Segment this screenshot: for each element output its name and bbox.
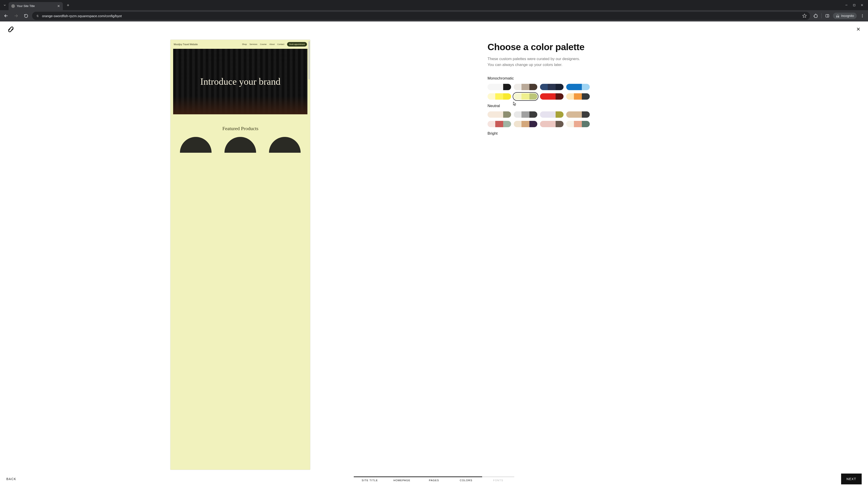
swatch-color [522, 93, 529, 100]
wizard-step-pages[interactable]: PAGES [418, 477, 450, 482]
palette-swatch-mono-chartreuse[interactable] [514, 93, 537, 100]
palette-picker-panel: Choose a color palette These custom pale… [452, 37, 868, 470]
site-preview: Moodjoy Travel Website Shop Services Cou… [170, 39, 310, 470]
window-close-icon[interactable] [861, 4, 864, 6]
browser-titlebar: Your Site Title ✕ [0, 0, 868, 10]
svg-point-17 [862, 15, 863, 16]
site-info-icon[interactable] [35, 13, 40, 18]
swatch-color [566, 111, 574, 118]
palette-group-title: Bright [488, 131, 855, 136]
swatch-color [540, 111, 548, 118]
palette-swatch-neu-3[interactable] [540, 111, 563, 118]
swatch-color [488, 84, 495, 90]
preview-product-thumb [269, 137, 301, 153]
swatch-color [566, 84, 574, 90]
palette-group-title: Monochromatic [488, 76, 855, 80]
preview-cta: Book appointment [287, 42, 307, 46]
wizard-close-icon[interactable]: ✕ [855, 26, 862, 33]
palette-swatch-neu-7[interactable] [540, 121, 563, 127]
squarespace-logo-icon[interactable] [6, 25, 16, 34]
swatch-color [529, 111, 537, 118]
preview-product-thumb [224, 137, 256, 153]
next-button[interactable]: NEXT [841, 474, 862, 484]
step-progress-line [386, 477, 418, 477]
svg-point-14 [836, 17, 837, 18]
wizard-step-colors[interactable]: COLORS [450, 477, 482, 482]
palette-swatch-mono-yellow[interactable] [488, 93, 511, 100]
svg-rect-12 [826, 14, 829, 17]
tab-close-icon[interactable]: ✕ [57, 4, 60, 8]
back-button[interactable]: BACK [6, 477, 16, 481]
preview-nav-item: Contact [277, 43, 284, 45]
preview-scrollbar[interactable] [309, 41, 310, 79]
minimize-icon[interactable] [845, 4, 848, 6]
bookmark-star-icon[interactable] [802, 13, 807, 18]
favicon-icon [11, 4, 15, 8]
step-progress-line [418, 477, 450, 477]
wizard-step-fonts[interactable]: FONTS [482, 477, 514, 482]
tab-search-dropdown[interactable] [1, 1, 8, 9]
palette-swatch-neu-8[interactable] [566, 121, 590, 127]
swatch-color [503, 84, 511, 90]
swatch-color [574, 93, 582, 100]
swatch-color [548, 93, 556, 100]
swatch-color [582, 111, 590, 118]
maximize-icon[interactable] [853, 4, 856, 6]
swatch-color [514, 111, 522, 118]
forward-icon [12, 12, 20, 20]
back-icon[interactable] [2, 12, 10, 20]
palette-swatch-mono-navy[interactable] [540, 84, 563, 90]
palette-swatch-mono-taupe[interactable] [514, 84, 537, 90]
kebab-menu-icon[interactable] [860, 14, 864, 18]
preview-nav-item: Shop [242, 43, 247, 45]
swatch-color [488, 121, 495, 127]
swatch-color [514, 93, 522, 100]
step-label: SITE TITLE [354, 479, 386, 482]
preview-nav-item: Services [250, 43, 257, 45]
swatch-color [540, 93, 548, 100]
swatch-color [556, 93, 563, 100]
palette-swatch-neu-5[interactable] [488, 121, 511, 127]
palette-swatch-mono-bw[interactable] [488, 84, 511, 90]
toolbar-right-icons: Incognito [812, 13, 866, 19]
preview-header: Moodjoy Travel Website Shop Services Cou… [170, 40, 310, 49]
swatch-color [556, 84, 563, 90]
incognito-label: Incognito [841, 14, 854, 18]
palette-swatch-mono-red[interactable] [540, 93, 563, 100]
wizard-step-site-title[interactable]: SITE TITLE [354, 477, 386, 482]
swatch-color [522, 121, 529, 127]
wizard-step-homepage[interactable]: HOMEPAGE [386, 477, 418, 482]
step-progress-line [450, 477, 482, 477]
swatch-color [582, 93, 590, 100]
palette-swatch-neu-1[interactable] [488, 111, 511, 118]
window-controls [841, 4, 867, 6]
browser-tab[interactable]: Your Site Title ✕ [8, 2, 63, 10]
preview-nav-item: About [269, 43, 275, 45]
incognito-chip[interactable]: Incognito [833, 13, 857, 19]
palette-swatch-neu-2[interactable] [514, 111, 537, 118]
preview-section2-title: Featured Products [174, 126, 307, 131]
swatch-color [548, 121, 556, 127]
svg-point-15 [838, 17, 839, 18]
reload-icon[interactable] [22, 12, 30, 20]
palette-swatch-neu-6[interactable] [514, 121, 537, 127]
palette-swatch-mono-orange[interactable] [566, 93, 590, 100]
picker-heading: Choose a color palette [488, 42, 855, 53]
browser-toolbar: orange-swordfish-rpzm.squarespace.com/co… [0, 10, 868, 22]
swatch-color [503, 93, 511, 100]
preview-brand: Moodjoy Travel Website [174, 43, 198, 46]
swatch-color [495, 121, 503, 127]
url-text: orange-swordfish-rpzm.squarespace.com/co… [42, 14, 800, 18]
palette-grid [488, 84, 855, 100]
swatch-color [556, 121, 563, 127]
sidepanel-icon[interactable] [825, 14, 829, 18]
palette-swatch-neu-4[interactable] [566, 111, 590, 118]
swatch-color [548, 111, 556, 118]
swatch-color [488, 111, 495, 118]
extensions-icon[interactable] [813, 14, 818, 18]
swatch-color [548, 84, 556, 90]
palette-swatch-mono-blue[interactable] [566, 84, 590, 90]
wizard-footer: BACK SITE TITLEHOMEPAGEPAGESCOLORSFONTS … [0, 470, 868, 488]
url-bar[interactable]: orange-swordfish-rpzm.squarespace.com/co… [32, 12, 810, 20]
new-tab-button[interactable] [65, 2, 71, 8]
